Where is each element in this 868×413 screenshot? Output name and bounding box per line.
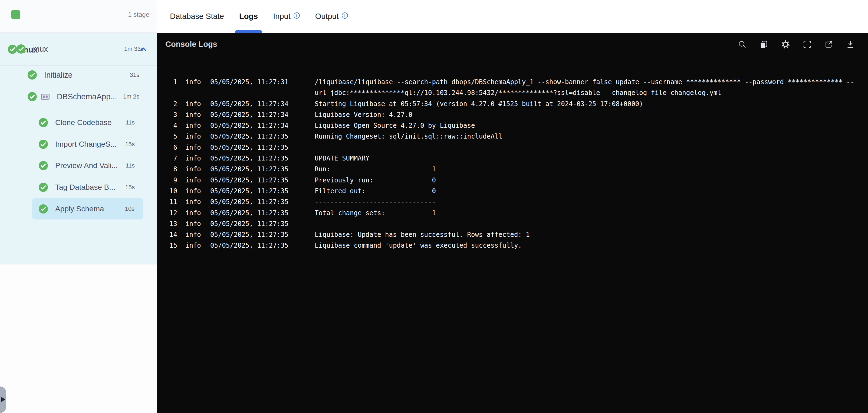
log-message: /liquibase/liquibase --search-path dbops… (315, 77, 854, 87)
log-line-number[interactable]: 9 (157, 175, 177, 186)
log-message: Run: 1 (315, 164, 436, 175)
log-message: Liquibase Version: 4.27.0 (315, 109, 412, 120)
tab-logs[interactable]: Logs (239, 0, 258, 33)
download-icon (846, 40, 855, 49)
copy-button[interactable] (759, 40, 768, 49)
active-tab-underline (235, 30, 262, 33)
log-row: 9info05/05/2025, 11:27:35Previously run:… (157, 175, 868, 186)
search-button[interactable] (738, 40, 747, 49)
log-timestamp: 05/05/2025, 11:27:35 (210, 218, 289, 229)
tabs: Database StateLogsInputOutput (157, 0, 868, 33)
log-level: info (185, 175, 201, 186)
search-icon (738, 40, 747, 49)
log-level: info (185, 240, 201, 251)
success-check-icon (39, 140, 48, 149)
stage-summary-bar: 1 stage (0, 0, 157, 33)
log-line-number[interactable]: 7 (157, 153, 177, 164)
log-line-number[interactable]: 12 (157, 208, 177, 218)
log-row: 8info05/05/2025, 11:27:35Run: 1 (157, 164, 868, 175)
log-level: info (185, 208, 201, 218)
fullscreen-button[interactable] (803, 40, 812, 49)
log-message: Liquibase Open Source 4.27.0 by Liquibas… (315, 120, 475, 131)
sidebar-item-dbschemaapp[interactable]: DBSchemaApp...1m 2s (0, 86, 157, 107)
info-icon[interactable] (341, 12, 348, 19)
step-duration: 10s (125, 205, 134, 212)
info-icon[interactable] (293, 12, 300, 19)
log-line-number[interactable]: 14 (157, 229, 177, 240)
log-level: info (185, 218, 201, 229)
log-row: 13info05/05/2025, 11:27:35 (157, 218, 868, 229)
log-level: info (185, 153, 201, 164)
sidebar-item-clone-codebase[interactable]: Clone Codebase11s (0, 112, 157, 133)
log-line-number[interactable]: 3 (157, 109, 177, 120)
console-title: Console Logs (165, 40, 217, 49)
expand-arrow-icon (1, 397, 5, 402)
sidebar-item-mux[interactable]: mux1m 33s (0, 38, 157, 60)
log-message: Filtered out: 0 (315, 186, 436, 197)
console-panel: Console Logs 1info05/05/2025, 11:27:31/l… (157, 33, 868, 413)
log-line-number[interactable]: 10 (157, 186, 177, 197)
log-message: Liquibase command 'update' was executed … (315, 240, 522, 251)
step-label: Preview And Vali... (55, 161, 118, 170)
log-timestamp: 05/05/2025, 11:27:35 (210, 142, 289, 153)
sidebar-item-apply-schema[interactable]: Apply Schema10s (32, 198, 144, 219)
log-line-number[interactable]: 2 (157, 98, 177, 109)
stage-status-square[interactable] (11, 10, 20, 19)
step-label: Apply Schema (55, 205, 104, 213)
tab-output[interactable]: Output (315, 0, 348, 33)
log-timestamp: 05/05/2025, 11:27:35 (210, 240, 289, 251)
log-line-number[interactable]: 4 (157, 120, 177, 131)
log-timestamp: 05/05/2025, 11:27:35 (210, 208, 289, 218)
expand-drawer-button[interactable] (0, 386, 6, 413)
log-line-number (157, 87, 177, 98)
log-level: info (185, 131, 201, 142)
log-row: 5info05/05/2025, 11:27:35Running Changes… (157, 131, 868, 142)
log-level: info (185, 120, 201, 131)
log-row-continuation: url jdbc:**************ql://10.103.244.9… (157, 87, 868, 98)
tab-database-state[interactable]: Database State (170, 0, 224, 33)
log-line-number[interactable]: 1 (157, 77, 177, 87)
log-timestamp: 05/05/2025, 11:27:35 (210, 175, 289, 186)
download-button[interactable] (846, 40, 855, 49)
log-row: 6info05/05/2025, 11:27:35 (157, 142, 868, 153)
sidebar-item-preview-and-vali[interactable]: Preview And Vali...11s (0, 155, 157, 176)
log-level: info (185, 197, 201, 207)
console-log-list: 1info05/05/2025, 11:27:31/liquibase/liqu… (157, 56, 868, 251)
step-group-icon (41, 94, 50, 99)
log-line-number[interactable]: 5 (157, 131, 177, 142)
log-timestamp: 05/05/2025, 11:27:35 (210, 164, 289, 175)
step-label: Initialize (44, 71, 72, 80)
log-message: Total change sets: 1 (315, 208, 436, 218)
log-line-number[interactable]: 6 (157, 142, 177, 153)
log-row: 3info05/05/2025, 11:27:34Liquibase Versi… (157, 109, 868, 120)
log-row: 1info05/05/2025, 11:27:31/liquibase/liqu… (157, 77, 868, 87)
log-line-number[interactable]: 8 (157, 164, 177, 175)
sidebar-item-initialize[interactable]: Initialize31s (0, 64, 157, 86)
log-level: info (185, 77, 201, 87)
sidebar-item-import-changes[interactable]: Import ChangeS...15s (0, 134, 157, 155)
step-label: Clone Codebase (55, 118, 112, 127)
log-line-number[interactable]: 11 (157, 197, 177, 207)
log-message: Liquibase: Update has been successful. R… (315, 229, 530, 240)
step-duration: 11s (126, 162, 135, 169)
log-level (185, 87, 201, 98)
log-level: info (185, 229, 201, 240)
tab-input[interactable]: Input (273, 0, 300, 33)
settings-button[interactable] (781, 40, 790, 49)
success-check-icon (39, 118, 48, 127)
log-line-number[interactable]: 13 (157, 218, 177, 229)
step-label: mux (33, 45, 48, 54)
step-label: DBSchemaApp... (57, 92, 117, 101)
sidebar-item-tag-database-b[interactable]: Tag Database B...15s (0, 177, 157, 198)
log-timestamp: 05/05/2025, 11:27:34 (210, 120, 289, 131)
tab-label: Output (315, 12, 339, 21)
step-label: Import ChangeS... (55, 140, 117, 149)
open-in-new-icon (824, 40, 833, 49)
console-toolbar (738, 40, 855, 49)
open-in-new-button[interactable] (824, 40, 833, 49)
log-row: 14info05/05/2025, 11:27:35Liquibase: Upd… (157, 229, 868, 240)
tab-label: Logs (239, 12, 258, 21)
log-line-number[interactable]: 15 (157, 240, 177, 251)
success-check-icon (28, 70, 37, 80)
step-duration: 31s (130, 71, 140, 79)
